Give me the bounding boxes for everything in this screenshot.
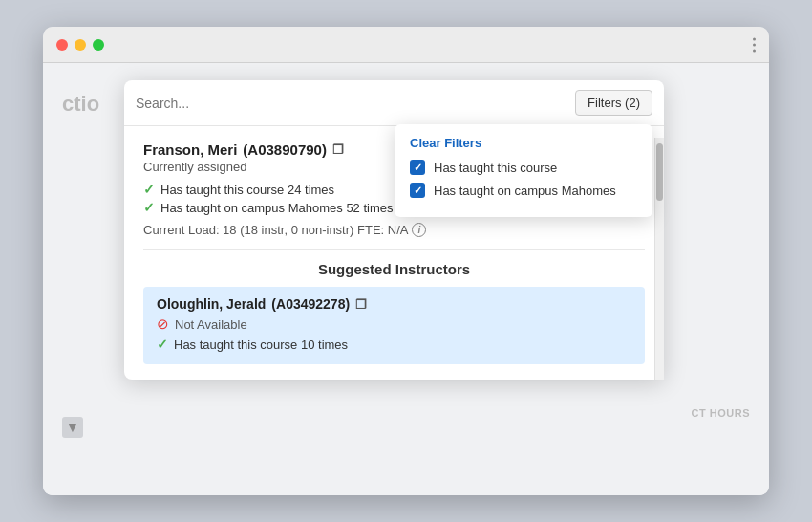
modal-card: Filters (2) Franson, Meri (A03890790) ❐ … (124, 80, 664, 380)
browser-content: ctio ▼ CT HOURS Filters (2) Franson, Mer… (43, 63, 769, 495)
bg-left-text: ctio (62, 92, 99, 117)
filter-option-2: ✓ Has taught on campus Mahomes (410, 183, 637, 198)
browser-menu-icon[interactable] (753, 37, 756, 52)
suggested-instructor-name: Oloughlin, Jerald (A03492278) ❐ (157, 296, 631, 312)
instructor-name-text: Franson, Meri (143, 141, 237, 158)
scroll-track[interactable] (654, 138, 664, 380)
suggested-check-item: ✓ Has taught this course 10 times (157, 337, 631, 352)
browser-window: ctio ▼ CT HOURS Filters (2) Franson, Mer… (43, 27, 769, 495)
checkbox-checkmark-1: ✓ (414, 163, 422, 173)
bg-arrow-button[interactable]: ▼ (62, 417, 83, 438)
filters-button[interactable]: Filters (2) (575, 90, 652, 116)
checkbox-2[interactable]: ✓ (410, 183, 425, 198)
check-text-1: Has taught this course 24 times (160, 183, 334, 197)
divider (143, 249, 645, 250)
traffic-light-yellow[interactable] (75, 39, 86, 51)
current-load-text: Current Load: 18 (18 instr, 0 non-instr)… (143, 223, 408, 237)
search-bar: Filters (2) (124, 80, 664, 126)
suggested-external-link-icon[interactable]: ❐ (355, 297, 367, 312)
suggested-id-text: (A03492278) (271, 296, 350, 312)
checkbox-checkmark-2: ✓ (414, 185, 422, 196)
not-available-icon: ⊘ (157, 315, 169, 333)
checkbox-1[interactable]: ✓ (410, 160, 425, 175)
clear-filters-link[interactable]: Clear Filters (410, 136, 637, 150)
menu-dot-2 (753, 43, 756, 46)
external-link-icon[interactable]: ❐ (332, 142, 344, 157)
check-icon-1: ✓ (143, 182, 155, 197)
info-icon[interactable]: i (412, 223, 426, 237)
menu-dot-1 (753, 37, 756, 40)
menu-dot-3 (753, 49, 756, 52)
suggested-item: Oloughlin, Jerald (A03492278) ❐ ⊘ Not Av… (143, 287, 645, 364)
current-load: Current Load: 18 (18 instr, 0 non-instr)… (143, 223, 645, 237)
not-available-text: Not Available (175, 317, 247, 332)
not-available: ⊘ Not Available (157, 315, 631, 333)
filter-option-1: ✓ Has taught this course (410, 160, 637, 175)
search-input[interactable] (136, 96, 566, 111)
bg-right-text: CT HOURS (692, 407, 750, 419)
scroll-thumb[interactable] (656, 143, 663, 201)
traffic-light-green[interactable] (93, 39, 104, 51)
check-icon-2: ✓ (143, 200, 155, 215)
suggested-check-text: Has taught this course 10 times (174, 337, 348, 352)
browser-titlebar (43, 27, 769, 63)
filter-option-1-label: Has taught this course (434, 161, 557, 175)
traffic-lights (56, 39, 104, 51)
suggested-name-text: Oloughlin, Jerald (157, 296, 266, 312)
suggested-title: Suggested Instructors (143, 261, 645, 277)
traffic-light-red[interactable] (56, 39, 68, 51)
instructor-id: (A03890790) (243, 141, 327, 158)
filter-option-2-label: Has taught on campus Mahomes (434, 184, 616, 198)
check-text-2: Has taught on campus Mahomes 52 times (160, 201, 394, 215)
filter-dropdown: Clear Filters ✓ Has taught this course ✓… (395, 124, 652, 217)
suggested-check-icon: ✓ (157, 337, 168, 352)
